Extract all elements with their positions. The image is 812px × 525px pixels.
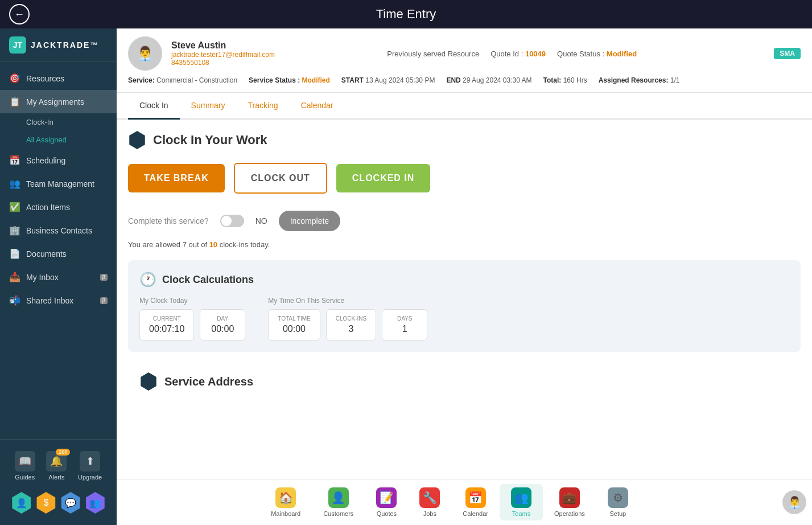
- header-title: Time Entry: [376, 7, 436, 21]
- resources-icon: 🎯: [9, 73, 20, 84]
- action-icon: ✅: [9, 202, 20, 212]
- service-label: Service: Commercial - Construction: [128, 76, 237, 84]
- sidebar-item-business-contacts[interactable]: 🏢 Business Contacts: [0, 219, 117, 242]
- alerts-button[interactable]: 🔔 268 Alerts: [46, 451, 67, 481]
- jobs-icon: 🔧: [419, 487, 440, 508]
- logo-text: JACKTRADE™: [31, 40, 99, 50]
- clockins-text: You are allowed 7 out of 10 clock-ins to…: [128, 240, 801, 249]
- total-time-box: TOTAL TIME 00:00: [268, 309, 320, 341]
- sidebar-logo: JT JACKTRADE™: [0, 28, 117, 62]
- upgrade-button[interactable]: ⬆ Upgrade: [78, 451, 102, 481]
- profile-card: 👨‍💼 Steve Austin jacktrade.tester17@redi…: [117, 28, 812, 93]
- bottom-nav-user-avatar[interactable]: 👨‍💼: [782, 490, 806, 514]
- sidebar-bottom-icons: 📖 Guides 🔔 268 Alerts ⬆ Upgrade: [0, 445, 117, 486]
- sidebar-sub-all-assigned[interactable]: All Assigned: [0, 131, 117, 149]
- my-clock-boxes: CURRENT 00:07:10 DAY 00:00: [139, 309, 245, 341]
- sidebar-item-resources[interactable]: 🎯 Resources: [0, 67, 117, 90]
- my-time-label: My Time On This Service: [268, 297, 427, 305]
- start-date: START 13 Aug 2024 05:30 PM: [341, 76, 435, 84]
- tabs-bar: Clock In Summary Tracking Calendar: [117, 93, 812, 120]
- nav-setup[interactable]: ⚙ Setup: [596, 484, 640, 520]
- day-box: DAY 00:00: [200, 309, 245, 341]
- profile-top: 👨‍💼 Steve Austin jacktrade.tester17@redi…: [128, 36, 801, 71]
- sidebar-item-team-management[interactable]: 👥 Team Management: [0, 172, 117, 195]
- tab-clock-in[interactable]: Clock In: [128, 93, 180, 120]
- bottom-nav-items: 🏠 Mainboard 👤 Customers 📝 Quotes 🔧 Jobs …: [117, 484, 782, 520]
- profile-info: Steve Austin jacktrade.tester17@rediffma…: [171, 40, 378, 67]
- quote-status: Quote Status : Modified: [557, 50, 637, 58]
- setup-icon: ⚙: [608, 487, 628, 508]
- complete-service-toggle[interactable]: [220, 215, 244, 227]
- total-hrs: Total: 160 Hrs: [543, 76, 587, 84]
- sma-badge: SMA: [774, 48, 801, 59]
- clock-calc-header: 🕐 Clock Calculations: [139, 272, 789, 288]
- my-clock-label: My Clock Today: [139, 297, 245, 305]
- clock-ins-box: CLOCK-INS 3: [326, 309, 376, 341]
- sidebar-item-shared-inbox[interactable]: 📬 Shared Inbox β: [0, 289, 117, 312]
- sidebar-bottom: 📖 Guides 🔔 268 Alerts ⬆ Upgrade 👤 $ 💬 👥: [0, 439, 117, 525]
- team-icon: 👥: [9, 178, 20, 189]
- action-buttons-row: TAKE BREAK CLOCK OUT CLOCKED IN: [128, 163, 801, 194]
- profile-meta: Previously served Resource Quote Id : 10…: [387, 48, 801, 59]
- customers-icon: 👤: [328, 487, 349, 508]
- tab-summary[interactable]: Summary: [180, 93, 237, 120]
- alerts-badge: 268: [56, 449, 70, 456]
- nav-customers[interactable]: 👤 Customers: [312, 484, 365, 520]
- avatar: 👨‍💼: [128, 36, 162, 71]
- my-time-boxes: TOTAL TIME 00:00 CLOCK-INS 3 DAYS 1: [268, 309, 427, 341]
- nav-teams[interactable]: 👥 Teams: [500, 484, 543, 520]
- clock-in-content: Clock In Your Work TAKE BREAK CLOCK OUT …: [117, 120, 812, 411]
- nav-operations[interactable]: 💼 Operations: [543, 484, 596, 520]
- clock-calc-icon: 🕐: [139, 272, 156, 288]
- sidebar-item-my-assignments[interactable]: 📋 My Assignments: [0, 90, 117, 113]
- section-title: Clock In Your Work: [128, 131, 801, 149]
- section-hex-icon: [128, 131, 146, 149]
- clock-calculations-card: 🕐 Clock Calculations My Clock Today CURR…: [128, 260, 801, 352]
- guides-icon: 📖: [15, 451, 35, 471]
- upgrade-icon: ⬆: [80, 451, 100, 471]
- inbox-beta-badge: β: [100, 274, 108, 281]
- shared-inbox-icon: 📬: [9, 295, 20, 306]
- toggle-no: NO: [255, 216, 267, 225]
- tab-calendar[interactable]: Calendar: [290, 93, 345, 120]
- nav-mainboard[interactable]: 🏠 Mainboard: [259, 484, 312, 520]
- profile-email: jacktrade.tester17@rediffmail.com: [171, 51, 378, 59]
- service-address-hex-icon: [139, 372, 158, 391]
- guides-button[interactable]: 📖 Guides: [15, 451, 35, 481]
- main-content: 👨‍💼 Steve Austin jacktrade.tester17@redi…: [117, 28, 812, 479]
- end-date: END 29 Aug 2024 03:30 AM: [446, 76, 531, 84]
- sidebar-item-my-inbox[interactable]: 📥 My Inbox β: [0, 265, 117, 289]
- complete-service-row: Complete this service? NO Incomplete: [128, 211, 801, 231]
- user-profile-icon[interactable]: 👤: [11, 492, 32, 514]
- sidebar-item-documents[interactable]: 📄 Documents: [0, 242, 117, 265]
- sidebar-nav: 🎯 Resources 📋 My Assignments Clock-In Al…: [0, 62, 117, 439]
- sidebar-item-scheduling[interactable]: 📅 Scheduling: [0, 149, 117, 172]
- profile-details: Service: Commercial - Construction Servi…: [128, 76, 801, 84]
- inbox-icon: 📥: [9, 272, 20, 282]
- dollar-icon[interactable]: $: [35, 492, 57, 514]
- back-button[interactable]: ←: [9, 4, 30, 24]
- previously-served: Previously served Resource: [387, 50, 479, 58]
- nav-calendar[interactable]: 📅 Calendar: [451, 484, 500, 520]
- assigned-resources: Assigned Resources: 1/1: [599, 76, 680, 84]
- sidebar: JT JACKTRADE™ 🎯 Resources 📋 My Assignmen…: [0, 28, 117, 525]
- sidebar-sub-clock-in[interactable]: Clock-In: [0, 113, 117, 131]
- sidebar-item-action-items[interactable]: ✅ Action Items: [0, 195, 117, 219]
- chat-icon[interactable]: 💬: [60, 492, 81, 514]
- mainboard-icon: 🏠: [275, 487, 296, 508]
- profile-name: Steve Austin: [171, 40, 378, 51]
- nav-jobs[interactable]: 🔧 Jobs: [408, 484, 451, 520]
- calendar-icon: 📅: [465, 487, 486, 508]
- take-break-button[interactable]: TAKE BREAK: [128, 164, 225, 192]
- clock-out-button[interactable]: CLOCK OUT: [234, 163, 327, 194]
- clocked-in-button[interactable]: CLOCKED IN: [336, 164, 431, 192]
- my-time-on-service: My Time On This Service TOTAL TIME 00:00…: [268, 297, 427, 341]
- teams-icon: 👥: [511, 487, 531, 508]
- tab-tracking[interactable]: Tracking: [236, 93, 289, 120]
- profile-phone: 8435550108: [171, 59, 378, 67]
- shared-inbox-beta-badge: β: [100, 297, 108, 304]
- current-box: CURRENT 00:07:10: [139, 309, 194, 341]
- incomplete-button[interactable]: Incomplete: [279, 211, 340, 231]
- nav-quotes[interactable]: 📝 Quotes: [365, 484, 408, 520]
- people-icon[interactable]: 👥: [84, 492, 106, 514]
